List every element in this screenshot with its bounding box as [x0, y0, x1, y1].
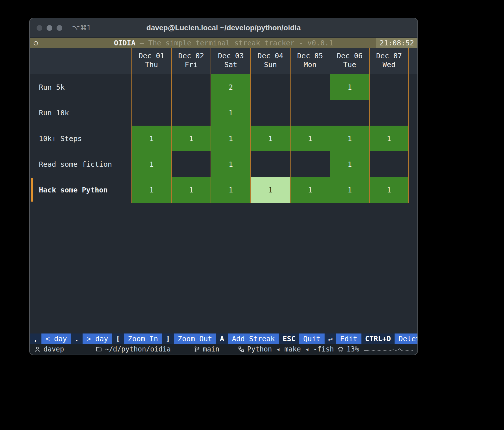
streak-cell[interactable]: 1: [250, 177, 290, 203]
streak-cell[interactable]: [290, 100, 330, 126]
streak-cell[interactable]: [290, 151, 330, 177]
footer-binding-label: < day: [41, 333, 71, 344]
streak-cell[interactable]: 1: [369, 177, 409, 203]
streak-cell[interactable]: 1: [211, 177, 250, 203]
streak-board: Dec 01ThuDec 02FriDec 03SatDec 04SunDec …: [30, 48, 417, 333]
streak-cell[interactable]: 1: [171, 177, 211, 203]
streak-cell[interactable]: 1: [290, 126, 330, 151]
job-group: Python ◂ make ◂ -fish: [238, 345, 334, 353]
day-header-weekday: Sun: [251, 60, 290, 69]
footer-binding-label: Add Streak: [228, 333, 279, 344]
zoom-button[interactable]: [57, 25, 62, 31]
app-subtitle-text: — The simple terminal streak tracker - v…: [140, 39, 333, 47]
footer-binding-2[interactable]: [Zoom In: [112, 333, 162, 344]
streak-cell[interactable]: 1: [330, 74, 369, 100]
streak-cell[interactable]: 1: [211, 126, 250, 151]
minimize-button[interactable]: [47, 25, 52, 31]
streak-label-2[interactable]: 10k+ Steps: [30, 126, 131, 151]
streak-cell[interactable]: [250, 100, 290, 126]
footer-binding-7[interactable]: CTRL+DDelet…: [361, 333, 417, 344]
process-icon: [238, 346, 244, 352]
streak-cell[interactable]: 2: [211, 74, 250, 100]
streak-cell[interactable]: 1: [369, 126, 409, 151]
streak-cell[interactable]: 1: [131, 151, 171, 177]
day-header-date: Dec 05: [291, 51, 330, 60]
day-header-5: Dec 05Mon: [290, 48, 330, 74]
footer-binding-0[interactable]: ,< day: [30, 333, 71, 344]
streak-cell[interactable]: 1: [330, 126, 369, 151]
streak-cell[interactable]: [171, 74, 211, 100]
streak-cell[interactable]: [369, 151, 409, 177]
footer-bindings: ,< day.> day[Zoom In]Zoom OutAAdd Streak…: [30, 333, 417, 344]
day-header-date: Dec 06: [330, 51, 369, 60]
streak-cell[interactable]: 1: [330, 177, 369, 203]
git-group: main: [194, 345, 219, 353]
day-header-3: Dec 03Sat: [211, 48, 250, 74]
streak-cell[interactable]: [171, 100, 211, 126]
day-header-extension: [409, 48, 417, 74]
streak-cell[interactable]: [369, 100, 409, 126]
streak-cell[interactable]: [290, 74, 330, 100]
cpu-percent: 13%: [347, 345, 359, 353]
streak-cell[interactable]: [131, 100, 171, 126]
footer-binding-4[interactable]: AAdd Streak: [216, 333, 279, 344]
user-icon: [34, 346, 41, 352]
streak-cell[interactable]: 1: [250, 126, 290, 151]
user-group: davep: [34, 345, 64, 353]
day-header-weekday: Thu: [132, 60, 171, 69]
day-header-2: Dec 02Fri: [171, 48, 211, 74]
footer-binding-5[interactable]: ESCQuit: [279, 333, 324, 344]
day-header-weekday: Tue: [330, 60, 369, 69]
streak-label-3[interactable]: Read some fiction: [30, 151, 131, 177]
streak-cell[interactable]: 1: [131, 126, 171, 151]
user-name: davep: [43, 345, 64, 353]
day-header-7: Dec 07Wed: [369, 48, 409, 74]
streak-cell[interactable]: [250, 151, 290, 177]
streak-cell[interactable]: 1: [131, 177, 171, 203]
terminal-window: ⌥⌘1 davep@Lucien.local ~/develop/python/…: [30, 18, 417, 355]
streak-label-4[interactable]: Hack some Python: [30, 177, 131, 203]
footer-binding-key: ]: [162, 333, 174, 344]
app-menu-icon[interactable]: ○: [34, 39, 38, 46]
footer-binding-key: ↵: [325, 333, 336, 344]
streak-cell[interactable]: 1: [330, 151, 369, 177]
streak-cell[interactable]: [131, 74, 171, 100]
day-header-date: Dec 04: [251, 51, 290, 60]
footer-binding-label: > day: [83, 333, 112, 344]
footer-binding-label: Zoom Out: [174, 333, 216, 344]
day-header-1: Dec 01Thu: [131, 48, 171, 74]
grid-corner: [30, 48, 131, 74]
footer-binding-6[interactable]: ↵Edit: [325, 333, 361, 344]
tab-shortcut: ⌥⌘1: [72, 24, 91, 32]
git-branch-name: main: [203, 345, 219, 353]
footer-binding-key: A: [216, 333, 228, 344]
day-header-date: Dec 03: [211, 51, 250, 60]
cpu-icon: [337, 346, 344, 352]
streak-cell[interactable]: 1: [171, 126, 211, 151]
git-branch-icon: [194, 346, 200, 352]
streak-label-1[interactable]: Run 10k: [30, 100, 131, 126]
app-name: OIDIA: [114, 39, 135, 47]
footer-binding-key: .: [71, 333, 83, 344]
streak-cell[interactable]: 1: [211, 151, 250, 177]
cpu-group: 13%: [337, 345, 359, 353]
footer-binding-3[interactable]: ]Zoom Out: [162, 333, 216, 344]
day-header-date: Dec 01: [132, 51, 171, 60]
titlebar: ⌥⌘1 davep@Lucien.local ~/develop/python/…: [30, 18, 417, 38]
streak-cell[interactable]: 1: [211, 100, 250, 126]
streak-cell[interactable]: [171, 151, 211, 177]
footer-binding-1[interactable]: .> day: [71, 333, 112, 344]
streak-cell[interactable]: 1: [290, 177, 330, 203]
day-header-date: Dec 07: [370, 51, 408, 60]
footer-binding-label: Zoom In: [124, 333, 162, 344]
streak-grid: Dec 01ThuDec 02FriDec 03SatDec 04SunDec …: [30, 48, 409, 203]
streak-label-0[interactable]: Run 5k: [30, 74, 131, 100]
streak-cell[interactable]: [369, 74, 409, 100]
streak-cell[interactable]: [250, 74, 290, 100]
header-clock: 21:08:52: [376, 38, 417, 48]
streak-cell[interactable]: [330, 100, 369, 126]
job-text: Python ◂ make ◂ -fish: [247, 345, 334, 353]
close-button[interactable]: [37, 25, 42, 31]
app-title: OIDIA — The simple terminal streak track…: [30, 39, 417, 47]
footer-binding-label: Quit: [299, 333, 324, 344]
